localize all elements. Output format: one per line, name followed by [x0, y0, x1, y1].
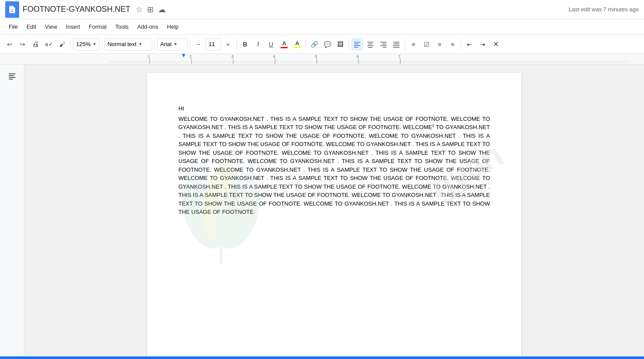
svg-text:4: 4 — [273, 54, 275, 59]
link-button[interactable]: 🔗 — [308, 38, 320, 50]
underline-button[interactable]: U — [265, 38, 277, 50]
last-edit-status: Last edit was 7 minutes ago — [569, 6, 639, 13]
highlight-button[interactable]: A — [291, 38, 303, 50]
align-center-button[interactable] — [364, 38, 376, 50]
text-style-value: Normal text — [107, 41, 136, 47]
align-justify-button[interactable] — [390, 38, 402, 50]
zoom-value: 125% — [76, 41, 91, 47]
menu-edit[interactable]: Edit — [23, 22, 40, 32]
spellcheck-button[interactable]: 𝖺✓ — [43, 38, 55, 50]
italic-button[interactable]: I — [252, 38, 264, 50]
svg-rect-34 — [9, 73, 16, 74]
doc-heading: HI — [178, 104, 490, 113]
canvas-area[interactable]: gyan HI WELCOME TO GYANKOSH.NET . THIS I… — [24, 64, 644, 359]
doc-icon — [5, 1, 19, 18]
svg-marker-33 — [182, 54, 185, 57]
divider-4 — [190, 39, 190, 50]
title-bar: FOOTNOTE-GYANKOSH.NET ☆ ⊞ ☁ Last edit wa… — [0, 0, 644, 19]
outline-toggle[interactable] — [5, 70, 19, 83]
svg-text:2: 2 — [189, 54, 191, 59]
image-button[interactable]: 🖼 — [334, 38, 346, 50]
clear-formatting-button[interactable]: ✕ — [490, 38, 502, 50]
bottom-bar — [0, 356, 644, 359]
menu-view[interactable]: View — [41, 22, 60, 32]
title-action-icons: ☆ ⊞ ☁ — [136, 5, 166, 14]
body-text-2: TO GYANKOSH.NET . THIS IS A SAMPLE TEXT … — [178, 124, 490, 215]
align-right-button[interactable] — [377, 38, 389, 50]
svg-rect-37 — [9, 79, 13, 80]
ruler-inner: 1 2 3 4 5 6 7 — [108, 54, 644, 64]
comment-button[interactable]: 💬 — [321, 38, 333, 50]
menu-insert[interactable]: Insert — [62, 22, 84, 32]
undo-button[interactable]: ↩ — [3, 38, 16, 50]
svg-text:1: 1 — [148, 54, 150, 59]
doc-body: WELCOME TO GYANKOSH.NET . THIS IS A SAMP… — [178, 115, 490, 216]
redo-button[interactable]: ↪ — [17, 38, 29, 50]
cloud-icon[interactable]: ☁ — [158, 5, 166, 14]
menu-file[interactable]: File — [5, 22, 21, 32]
toolbar: ↩ ↪ 🖨 𝖺✓ 🖌 125% ▼ Normal text ▼ Arial ▼ … — [0, 35, 644, 54]
divider-7 — [349, 39, 349, 50]
font-size-value: 11 — [208, 41, 215, 47]
decrease-indent-button[interactable]: ⇤ — [463, 38, 476, 50]
font-arrow: ▼ — [173, 42, 178, 47]
document-title: FOOTNOTE-GYANKOSH.NET — [23, 5, 131, 14]
document-content[interactable]: HI WELCOME TO GYANKOSH.NET . THIS IS A S… — [178, 104, 490, 216]
menu-tools[interactable]: Tools — [112, 22, 132, 32]
divider-1 — [70, 39, 71, 50]
sidebar — [0, 64, 24, 359]
bullet-list-button[interactable]: ≡ — [433, 38, 446, 50]
menu-bar: File Edit View Insert Format Tools Add-o… — [0, 19, 644, 35]
font-size-increase[interactable]: + — [222, 38, 234, 50]
folder-icon[interactable]: ⊞ — [147, 5, 154, 14]
menu-help[interactable]: Help — [164, 22, 182, 32]
align-left-button[interactable] — [351, 38, 363, 50]
menu-format[interactable]: Format — [85, 22, 110, 32]
svg-rect-36 — [9, 77, 16, 78]
bold-button[interactable]: B — [239, 38, 251, 50]
divider-9 — [461, 39, 461, 50]
svg-text:7: 7 — [398, 54, 400, 59]
checklist-button[interactable]: ☑ — [420, 38, 433, 50]
text-style-select[interactable]: Normal text ▼ — [104, 38, 152, 50]
main-area: gyan HI WELCOME TO GYANKOSH.NET . THIS I… — [0, 64, 644, 359]
print-button[interactable]: 🖨 — [30, 38, 42, 50]
svg-text:5: 5 — [315, 54, 317, 59]
font-size-decrease[interactable]: − — [192, 38, 205, 50]
document-page: gyan HI WELCOME TO GYANKOSH.NET . THIS I… — [147, 73, 521, 359]
svg-text:6: 6 — [356, 54, 359, 59]
divider-3 — [154, 39, 155, 50]
divider-8 — [405, 39, 405, 50]
text-color-button[interactable]: A — [278, 38, 290, 50]
font-size-select[interactable]: 11 — [205, 38, 221, 50]
divider-2 — [102, 39, 102, 50]
star-icon[interactable]: ☆ — [136, 5, 143, 14]
numbered-list-button[interactable]: ≡ — [407, 38, 419, 50]
zoom-arrow: ▼ — [92, 42, 97, 47]
multilevel-list-button[interactable]: ≡ — [446, 38, 459, 50]
font-value: Arial — [160, 41, 171, 47]
svg-text:3: 3 — [231, 54, 233, 59]
menu-addons[interactable]: Add-ons — [134, 22, 161, 32]
svg-rect-35 — [9, 75, 14, 76]
increase-indent-button[interactable]: ⇥ — [476, 38, 489, 50]
zoom-select[interactable]: 125% ▼ — [73, 38, 100, 50]
ruler: 1 2 3 4 5 6 7 — [0, 54, 644, 64]
divider-5 — [236, 39, 237, 50]
text-style-arrow: ▼ — [138, 42, 143, 47]
font-select[interactable]: Arial ▼ — [157, 38, 188, 50]
divider-6 — [305, 39, 306, 50]
paintformat-button[interactable]: 🖌 — [56, 38, 68, 50]
